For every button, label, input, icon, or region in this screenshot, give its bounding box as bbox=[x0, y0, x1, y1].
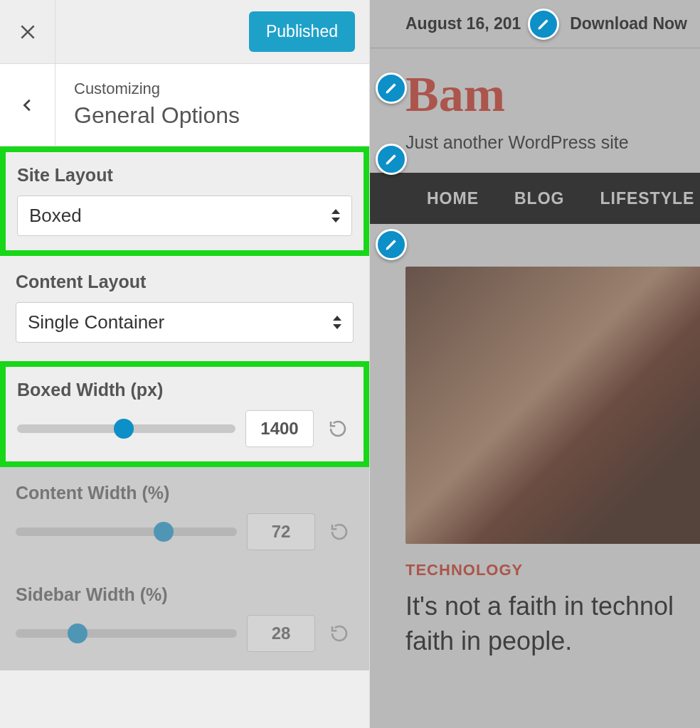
pencil-icon[interactable] bbox=[376, 229, 407, 260]
sidebar-width-value[interactable]: 28 bbox=[247, 615, 315, 652]
customizer-sidebar: Published Customizing General Options Si… bbox=[0, 0, 370, 728]
nav-home[interactable]: HOME bbox=[427, 189, 479, 208]
slider-thumb[interactable] bbox=[68, 623, 88, 643]
reset-icon[interactable] bbox=[324, 418, 352, 439]
sidebar-width-control: Sidebar Width (%) 28 bbox=[0, 569, 369, 670]
tagline: Just another WordPress site bbox=[405, 119, 664, 153]
article: TECHNOLOGY It's not a faith in technol f… bbox=[370, 224, 700, 658]
boxed-width-label: Boxed Width (px) bbox=[17, 380, 352, 400]
sidebar-width-slider[interactable] bbox=[16, 629, 237, 638]
customizer-heading: Customizing General Options bbox=[0, 64, 369, 146]
back-button[interactable] bbox=[0, 64, 55, 146]
site-layout-control: Site Layout Boxed bbox=[0, 146, 369, 256]
content-width-label: Content Width (%) bbox=[16, 483, 354, 503]
breadcrumb: Customizing bbox=[74, 80, 240, 98]
content-layout-label: Content Layout bbox=[16, 272, 354, 292]
content-layout-control: Content Layout Single Container bbox=[0, 256, 369, 361]
content-width-slider[interactable] bbox=[16, 528, 237, 536]
content-width-value[interactable]: 72 bbox=[247, 513, 315, 550]
article-title[interactable]: It's not a faith in technol faith in peo… bbox=[405, 589, 700, 658]
site-layout-select[interactable]: Boxed bbox=[17, 196, 352, 236]
category-link[interactable]: TECHNOLOGY bbox=[405, 544, 700, 589]
boxed-width-control: Boxed Width (px) 1400 bbox=[0, 361, 369, 467]
close-button[interactable] bbox=[0, 0, 55, 64]
nav-lifestyle[interactable]: LIFESTYLE bbox=[600, 189, 694, 208]
published-button[interactable]: Published bbox=[249, 11, 355, 52]
pencil-icon[interactable] bbox=[528, 9, 559, 40]
download-link[interactable]: Download Now bbox=[570, 14, 687, 33]
sidebar-width-label: Sidebar Width (%) bbox=[16, 584, 354, 605]
slider-thumb[interactable] bbox=[154, 522, 174, 542]
boxed-width-value[interactable]: 1400 bbox=[245, 410, 314, 447]
preview-pane: August 16, 201 Download Now Bam Just ano… bbox=[370, 0, 700, 728]
date-text: August 16, 201 bbox=[405, 14, 521, 33]
section-title: General Options bbox=[74, 102, 240, 129]
preview-header: Bam Just another WordPress site bbox=[370, 48, 700, 173]
content-layout-select[interactable]: Single Container bbox=[16, 302, 354, 343]
article-thumbnail[interactable] bbox=[405, 267, 700, 544]
dimmed-controls: Content Width (%) 72 Sidebar Width (%) bbox=[0, 467, 369, 670]
boxed-width-slider[interactable] bbox=[17, 424, 235, 433]
nav-blog[interactable]: BLOG bbox=[514, 189, 564, 208]
reset-icon[interactable] bbox=[325, 623, 354, 644]
site-title[interactable]: Bam bbox=[405, 70, 664, 119]
pencil-icon[interactable] bbox=[376, 73, 407, 104]
pencil-icon[interactable] bbox=[376, 144, 407, 175]
reset-icon[interactable] bbox=[325, 521, 354, 542]
slider-thumb[interactable] bbox=[114, 419, 134, 439]
site-layout-label: Site Layout bbox=[17, 165, 352, 186]
content-width-control: Content Width (%) 72 bbox=[0, 467, 369, 569]
preview-nav: HOME BLOG LIFESTYLE bbox=[370, 173, 700, 224]
customizer-topbar: Published bbox=[0, 0, 369, 64]
